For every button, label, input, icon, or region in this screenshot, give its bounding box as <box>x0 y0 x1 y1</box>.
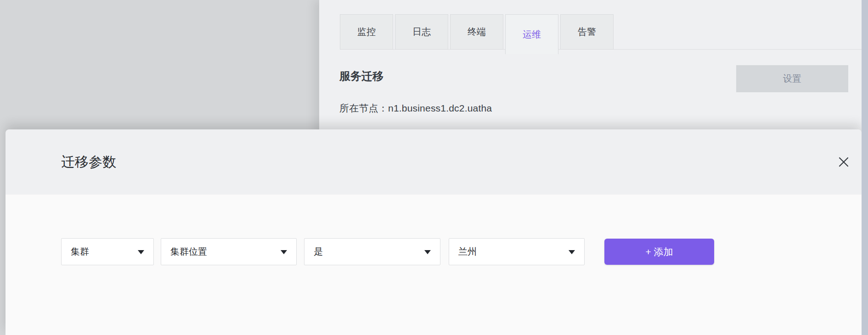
tab-operations[interactable]: 运维 <box>505 14 558 54</box>
chevron-down-icon <box>569 250 575 254</box>
criteria-target-select[interactable]: 兰州 <box>449 238 585 265</box>
criteria-operator-value: 是 <box>314 246 323 258</box>
tab-logs[interactable]: 日志 <box>395 14 448 50</box>
criteria-attribute-value: 集群位置 <box>170 246 207 258</box>
tab-monitoring[interactable]: 监控 <box>340 14 393 50</box>
criteria-attribute-select[interactable]: 集群位置 <box>161 238 297 265</box>
close-button[interactable] <box>838 156 850 168</box>
chevron-down-icon <box>424 250 431 254</box>
modal-title: 迁移参数 <box>61 129 116 195</box>
screen: 监控 日志 终端 运维 告警 服务迁移 设置 所在节点：n1.business1… <box>0 0 868 335</box>
criteria-type-select[interactable]: 集群 <box>61 238 154 265</box>
scrollbar[interactable] <box>862 0 868 335</box>
settings-button[interactable]: 设置 <box>736 65 848 92</box>
detail-tab-bar: 监控 日志 终端 运维 告警 <box>340 14 614 54</box>
tab-terminal[interactable]: 终端 <box>450 14 503 50</box>
migration-params-modal: 迁移参数 集群 集群位置 <box>6 129 862 335</box>
chevron-down-icon <box>138 250 144 254</box>
tab-alerts[interactable]: 告警 <box>560 14 614 50</box>
modal-header: 迁移参数 <box>6 129 862 195</box>
chevron-down-icon <box>281 250 287 254</box>
current-node-line: 所在节点：n1.business1.dc2.uatha <box>339 102 492 115</box>
migration-criteria-row: 集群 集群位置 是 兰州 + 添加 <box>61 238 714 265</box>
add-criteria-button[interactable]: + 添加 <box>604 239 714 265</box>
service-migration-heading: 服务迁移 <box>339 69 383 84</box>
criteria-target-value: 兰州 <box>458 246 477 258</box>
current-node-value: n1.business1.dc2.uatha <box>388 103 492 113</box>
criteria-type-value: 集群 <box>71 246 89 258</box>
criteria-operator-select[interactable]: 是 <box>304 238 440 265</box>
modal-body: 集群 集群位置 是 兰州 + 添加 <box>6 195 862 335</box>
current-node-label: 所在节点： <box>339 103 388 113</box>
close-icon <box>838 156 849 169</box>
